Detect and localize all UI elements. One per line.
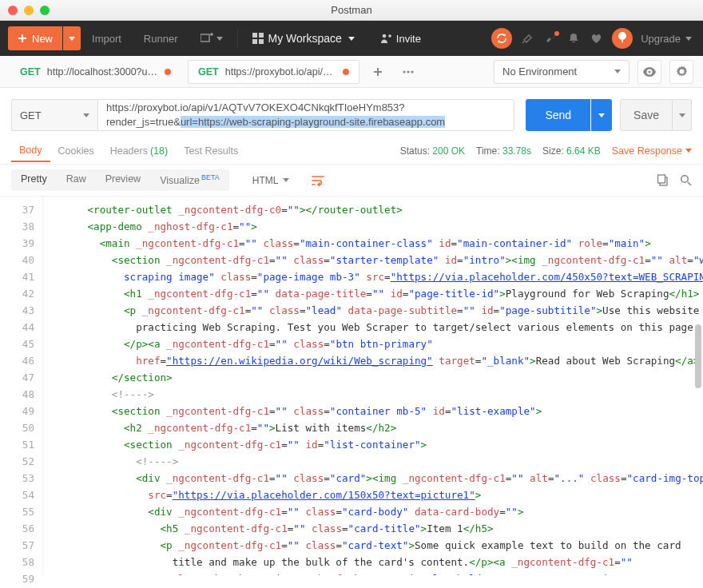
tab-method: GET — [198, 66, 219, 77]
new-window-icon — [201, 33, 213, 44]
headers-count: (18) — [150, 145, 168, 157]
heart-icon[interactable] — [590, 33, 602, 44]
save-button-group: Save — [620, 99, 692, 131]
view-preview[interactable]: Preview — [96, 169, 150, 190]
size-value: 6.64 KB — [566, 145, 601, 157]
view-visualize[interactable]: VisualizeBETA — [150, 169, 229, 190]
tab-cookies[interactable]: Cookies — [50, 141, 102, 161]
sync-icon — [496, 33, 507, 44]
environment-area: No Environment — [494, 60, 693, 84]
chevron-down-icon — [685, 37, 692, 41]
import-button[interactable]: Import — [81, 26, 133, 50]
response-status: Status: 200 OK Time: 33.78s Size: 6.64 K… — [400, 145, 692, 157]
invite-label: Invite — [396, 33, 421, 45]
environment-quicklook[interactable] — [637, 60, 661, 84]
new-window-button[interactable] — [189, 26, 234, 50]
gear-icon — [676, 66, 688, 77]
tab-body[interactable]: Body — [11, 140, 50, 162]
plus-icon — [18, 34, 27, 43]
svg-point-1 — [383, 34, 387, 38]
ellipsis-icon — [403, 70, 414, 74]
tab-title: https://proxybot.io/api/v1/AQT... — [225, 66, 336, 77]
view-pretty[interactable]: Pretty — [11, 169, 57, 190]
svg-rect-8 — [658, 175, 665, 183]
svg-point-2 — [618, 32, 626, 40]
upgrade-button[interactable]: Upgrade — [641, 33, 692, 45]
format-label: HTML — [252, 175, 279, 186]
balloon-icon — [617, 32, 628, 45]
save-button[interactable]: Save — [620, 99, 673, 131]
send-button[interactable]: Send — [526, 99, 590, 131]
workspace-switcher[interactable]: My Workspace — [241, 26, 366, 50]
status-value: 200 OK — [432, 145, 465, 157]
upgrade-label: Upgrade — [641, 33, 681, 45]
url-input[interactable]: https://proxybot.io/api/v1/AQTvV7OKEXO4C… — [97, 99, 514, 131]
save-response-button[interactable]: Save Response — [612, 145, 692, 157]
wrench-icon[interactable] — [545, 33, 557, 45]
toolbar-right-icons — [522, 33, 602, 45]
svg-point-9 — [681, 176, 689, 183]
chevron-down-icon — [614, 70, 621, 74]
new-button-caret[interactable] — [63, 26, 81, 50]
tab-test-results[interactable]: Test Results — [176, 141, 246, 161]
chevron-down-icon — [83, 113, 89, 117]
unsaved-dot-icon — [343, 69, 349, 75]
svg-point-4 — [407, 70, 409, 73]
workspace-grid-icon — [252, 33, 264, 44]
user-avatar[interactable] — [612, 28, 633, 49]
new-button-label: New — [32, 33, 53, 45]
sync-button[interactable] — [491, 28, 512, 49]
method-label: GET — [20, 109, 42, 121]
headers-label: Headers — [110, 145, 148, 157]
view-pills: Pretty Raw Preview VisualizeBETA — [11, 169, 229, 190]
response-tabbar: Body Cookies Headers(18) Test Results St… — [0, 137, 703, 165]
environment-select[interactable]: No Environment — [494, 60, 630, 84]
main-toolbar: New Import Runner My Workspace Invite Up… — [0, 21, 703, 56]
vertical-scrollbar[interactable] — [695, 324, 701, 388]
eye-icon — [643, 67, 656, 77]
search-icon[interactable] — [680, 174, 692, 186]
tab-headers[interactable]: Headers(18) — [102, 141, 176, 161]
body-view-row: Pretty Raw Preview VisualizeBETA HTML — [0, 165, 703, 197]
environment-label: No Environment — [502, 66, 577, 77]
response-body: 3738394041424344454647484950515253545556… — [0, 197, 703, 575]
settings-button[interactable] — [669, 60, 693, 84]
workspace-label: My Workspace — [268, 32, 342, 45]
svg-point-6 — [648, 70, 650, 73]
invite-icon — [380, 33, 391, 44]
bell-icon[interactable] — [568, 33, 579, 45]
tab-title: http://localhost:3000?url=https:... — [47, 66, 158, 77]
http-method-select[interactable]: GET — [11, 99, 97, 131]
tab-overflow-button[interactable] — [396, 60, 420, 84]
add-tab-button[interactable] — [366, 60, 390, 84]
unsaved-dot-icon — [165, 69, 171, 75]
svg-point-3 — [403, 70, 405, 73]
runner-button[interactable]: Runner — [133, 26, 189, 50]
new-button[interactable]: New — [8, 26, 81, 50]
invite-button[interactable]: Invite — [380, 33, 421, 45]
request-row: GET https://proxybot.io/api/v1/AQTvV7OKE… — [0, 88, 703, 137]
window-titlebar: Postman — [0, 0, 703, 21]
plus-icon — [373, 67, 383, 77]
request-tabstrip: GET http://localhost:3000?url=https:... … — [0, 56, 703, 88]
view-raw[interactable]: Raw — [57, 169, 96, 190]
code-content[interactable]: <router-outlet _ngcontent-dfg-c0=""></ro… — [43, 197, 703, 575]
satellite-icon[interactable] — [522, 33, 534, 45]
window-title: Postman — [0, 4, 703, 16]
beta-badge: BETA — [201, 173, 220, 181]
send-caret-button[interactable] — [591, 99, 612, 131]
copy-icon[interactable] — [657, 174, 669, 186]
wrap-icon — [312, 175, 324, 186]
request-tab[interactable]: GET http://localhost:3000?url=https:... — [10, 60, 181, 84]
body-format-select[interactable]: HTML — [244, 170, 299, 191]
svg-point-5 — [411, 70, 413, 73]
send-button-group: Send — [526, 99, 612, 131]
chevron-down-icon — [283, 178, 289, 182]
save-caret-button[interactable] — [673, 99, 692, 131]
svg-rect-0 — [201, 34, 209, 42]
tab-method: GET — [20, 66, 41, 77]
request-tab[interactable]: GET https://proxybot.io/api/v1/AQT... — [188, 60, 359, 84]
chevron-down-icon — [348, 37, 355, 41]
time-value: 33.78s — [502, 145, 531, 157]
toggle-wrap-button[interactable] — [308, 170, 328, 191]
